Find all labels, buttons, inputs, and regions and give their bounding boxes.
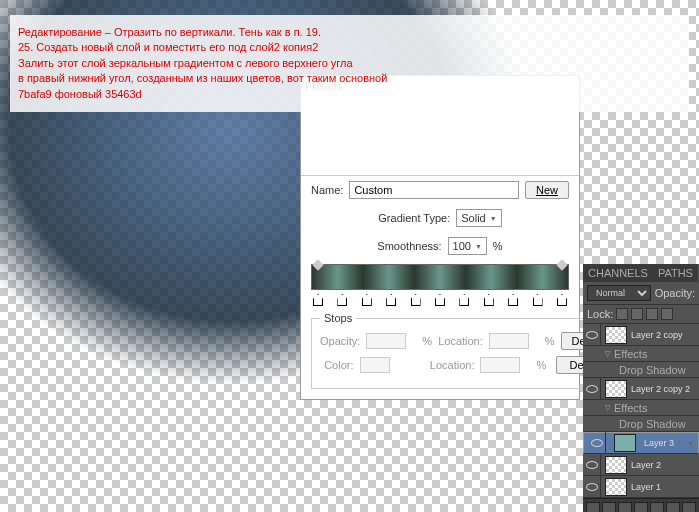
eye-icon bbox=[586, 483, 598, 491]
adjustment-icon[interactable] bbox=[634, 502, 648, 512]
pct: % bbox=[545, 335, 555, 347]
layer-row[interactable]: Layer 2 bbox=[583, 454, 699, 476]
opacity-input[interactable] bbox=[366, 333, 406, 349]
smoothness-input[interactable]: 100 bbox=[448, 237, 487, 255]
chevron-down-icon: ▽ bbox=[605, 404, 610, 412]
eye-icon bbox=[586, 331, 598, 339]
chevron-down-icon: ▽ bbox=[605, 350, 610, 358]
location-label: Location: bbox=[426, 359, 475, 371]
group-icon[interactable] bbox=[650, 502, 664, 512]
lock-transparency-icon[interactable] bbox=[616, 308, 628, 320]
color-swatch[interactable] bbox=[360, 357, 390, 373]
layer-thumbnail[interactable] bbox=[605, 478, 627, 496]
gradient-type-label: Gradient Type: bbox=[378, 212, 450, 224]
visibility-toggle[interactable] bbox=[583, 378, 601, 400]
panel-tabs: CHANNELS PATHS LAYERS bbox=[583, 264, 699, 282]
gradient-bar[interactable] bbox=[311, 264, 569, 290]
percent-label: % bbox=[493, 240, 503, 252]
opacity-stop[interactable] bbox=[312, 259, 323, 270]
layer-row[interactable]: Layer 1 bbox=[583, 476, 699, 498]
tab-paths[interactable]: PATHS bbox=[653, 264, 698, 282]
visibility-toggle[interactable] bbox=[583, 454, 601, 476]
instruction-line: 7bafa9 фоновый 35463d bbox=[18, 87, 681, 102]
instruction-overlay: Редактирование – Отразить по вертикали. … bbox=[10, 15, 689, 112]
lock-position-icon[interactable] bbox=[646, 308, 658, 320]
effects-row[interactable]: ▽Effects bbox=[583, 346, 699, 362]
link-layers-icon[interactable] bbox=[586, 502, 600, 512]
color-stop[interactable] bbox=[557, 294, 567, 306]
layer-name[interactable]: Layer 1 bbox=[631, 482, 699, 492]
lock-pixels-icon[interactable] bbox=[631, 308, 643, 320]
gradient-editor-dialog: Presets Name: New Gradient Type: Solid S… bbox=[300, 75, 580, 400]
color-stop[interactable] bbox=[533, 294, 543, 306]
visibility-toggle[interactable] bbox=[588, 432, 606, 454]
tab-channels[interactable]: CHANNELS bbox=[583, 264, 653, 282]
layer-thumbnail[interactable] bbox=[605, 326, 627, 344]
smoothness-label: Smoothness: bbox=[377, 240, 441, 252]
mask-icon[interactable] bbox=[618, 502, 632, 512]
instruction-line: Редактирование – Отразить по вертикали. … bbox=[18, 25, 681, 40]
layer-name[interactable]: Layer 3 bbox=[644, 438, 683, 448]
location-label: Location: bbox=[438, 335, 483, 347]
color-stop[interactable] bbox=[459, 294, 469, 306]
layers-panel: CHANNELS PATHS LAYERS Normal Opacity: Lo… bbox=[583, 264, 699, 512]
pct: % bbox=[536, 359, 550, 371]
new-layer-icon[interactable] bbox=[666, 502, 680, 512]
opacity-label: Opacity: bbox=[655, 287, 695, 299]
color-stops-row bbox=[311, 294, 569, 306]
layer-row[interactable]: Layer 2 copy 2 bbox=[583, 378, 699, 400]
layer-thumbnail[interactable] bbox=[605, 456, 627, 474]
effect-item[interactable]: Drop Shadow bbox=[583, 362, 699, 378]
stops-fieldset: Stops Opacity: % Location: % Delete Colo… bbox=[311, 312, 623, 389]
color-label: Color: bbox=[320, 359, 354, 371]
color-stop[interactable] bbox=[435, 294, 445, 306]
layer-name[interactable]: Layer 2 bbox=[631, 460, 699, 470]
visibility-toggle[interactable] bbox=[583, 324, 601, 346]
instruction-line: 25. Создать новый слой и поместить его п… bbox=[18, 40, 681, 55]
layer-row[interactable]: Layer 2 copy bbox=[583, 324, 699, 346]
layer-name[interactable]: Layer 2 copy bbox=[631, 330, 699, 340]
color-stop[interactable] bbox=[386, 294, 396, 306]
gradient-type-select[interactable]: Solid bbox=[456, 209, 501, 227]
color-stop[interactable] bbox=[484, 294, 494, 306]
instruction-line: в правый нижний угол, созданным из наших… bbox=[18, 71, 681, 86]
lock-all-icon[interactable] bbox=[661, 308, 673, 320]
effects-row[interactable]: ▽Effects bbox=[583, 400, 699, 416]
name-label: Name: bbox=[311, 184, 343, 196]
layer-name[interactable]: Layer 2 copy 2 bbox=[631, 384, 699, 394]
pct: % bbox=[422, 335, 432, 347]
instruction-line: Залить этот слой зеркальным градиентом с… bbox=[18, 56, 681, 71]
opacity-stop[interactable] bbox=[556, 259, 567, 270]
color-stop[interactable] bbox=[362, 294, 372, 306]
lock-label: Lock: bbox=[587, 308, 613, 320]
color-stop[interactable] bbox=[337, 294, 347, 306]
eye-icon bbox=[591, 439, 603, 447]
visibility-toggle[interactable] bbox=[583, 476, 601, 498]
layer-thumbnail[interactable] bbox=[605, 380, 627, 398]
eye-icon bbox=[586, 461, 598, 469]
color-location-input[interactable] bbox=[480, 357, 520, 373]
blend-mode-select[interactable]: Normal bbox=[587, 285, 651, 301]
opacity-label: Opacity: bbox=[320, 335, 360, 347]
new-button[interactable]: New bbox=[525, 181, 569, 199]
layers-footer bbox=[583, 498, 699, 512]
fx-icon[interactable] bbox=[602, 502, 616, 512]
color-stop[interactable] bbox=[313, 294, 323, 306]
color-stop[interactable] bbox=[508, 294, 518, 306]
location-input[interactable] bbox=[489, 333, 529, 349]
color-stop[interactable] bbox=[411, 294, 421, 306]
trash-icon[interactable] bbox=[682, 502, 696, 512]
name-input[interactable] bbox=[349, 181, 519, 199]
eye-icon bbox=[586, 385, 598, 393]
stops-legend: Stops bbox=[320, 312, 356, 324]
layer-row-selected[interactable]: Layer 3 bbox=[583, 432, 699, 454]
effect-item[interactable]: Drop Shadow bbox=[583, 416, 699, 432]
layer-thumbnail[interactable] bbox=[614, 434, 636, 452]
